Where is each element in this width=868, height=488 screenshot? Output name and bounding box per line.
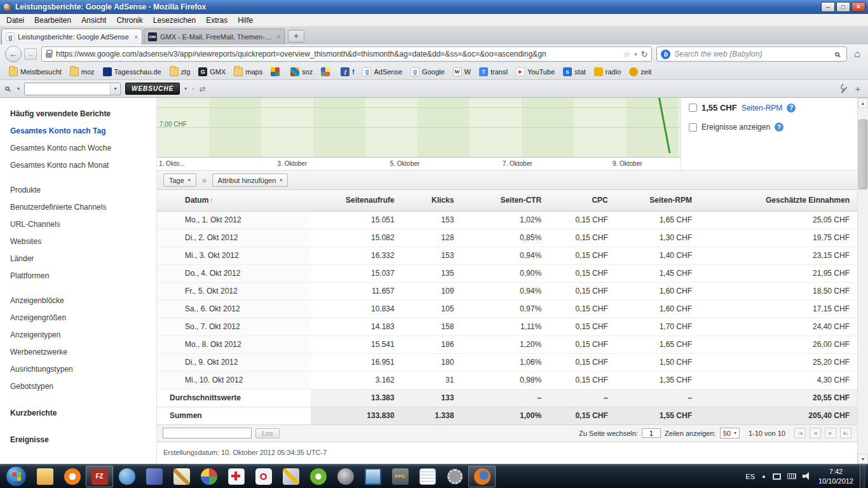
table-row[interactable]: Do., 4. Okt 2012 15.037 135 0,90% 0,15 C… xyxy=(157,264,857,282)
taskbar-app[interactable] xyxy=(468,466,496,487)
bookmark-item[interactable]: GMX xyxy=(194,65,229,78)
column-header-einnahmen[interactable]: Geschätzte Einnahmen xyxy=(700,190,857,211)
translate-arrows-icon[interactable]: ⇄ xyxy=(200,85,206,93)
taskbar-app[interactable] xyxy=(359,466,386,487)
table-row[interactable]: Sa., 6. Okt 2012 10.834 105 0,97% 0,15 C… xyxy=(157,300,857,318)
babylon-search-icon[interactable]: b xyxy=(661,50,670,59)
taskbar-app[interactable] xyxy=(277,466,304,487)
browser-tab[interactable]: GMX - E-Mail, FreeMail, Themen- & ... × xyxy=(144,29,285,44)
sidebar-entry[interactable]: Produkte xyxy=(10,182,156,199)
seiten-rpm-checkbox[interactable] xyxy=(689,104,697,112)
bookmark-item[interactable]: stat xyxy=(559,65,590,78)
taskbar-clock[interactable]: 7:42 10/10/2012 xyxy=(818,467,853,486)
taskbar-app[interactable] xyxy=(58,466,86,487)
back-button[interactable]: ← xyxy=(5,46,22,62)
bookmark-item[interactable]: maps xyxy=(230,65,266,78)
tab-close-icon[interactable]: × xyxy=(134,34,138,41)
column-header-klicks[interactable]: Klicks xyxy=(402,190,462,211)
prev-page-button[interactable]: ◀ xyxy=(810,428,821,438)
bookmark-star-icon[interactable]: ☆ xyxy=(623,50,631,59)
chevron-down-icon[interactable]: ▾ xyxy=(110,83,120,95)
sidebar-entry[interactable]: Anzeigentypen xyxy=(10,327,156,344)
sidebar-entry[interactable]: Benutzerdefinierte Channels xyxy=(10,199,156,216)
keyboard-tray-icon[interactable] xyxy=(787,473,796,479)
sidebar-entry[interactable]: URL-Channels xyxy=(10,216,156,233)
url-bar[interactable]: https://www.google.com/adsense/v3/app#vi… xyxy=(41,46,652,62)
column-header-seitenaufrufe[interactable]: Seitenaufrufe xyxy=(311,190,402,211)
hidden-icons-chevron[interactable]: ▲ xyxy=(761,473,766,479)
next-page-button[interactable]: ▶ xyxy=(825,428,836,438)
column-header-cpc[interactable]: CPC xyxy=(549,190,616,211)
taskbar-app[interactable]: FZ xyxy=(86,466,113,487)
browser-tab[interactable]: Leistungsberichte: Google AdSense × xyxy=(1,29,142,44)
menu-item[interactable]: Datei xyxy=(1,15,29,25)
close-button[interactable]: × xyxy=(851,2,865,12)
column-header-datum[interactable]: Datum↑ xyxy=(157,190,311,211)
sidebar-entry[interactable]: Gesamtes Konto nach Monat xyxy=(10,157,156,174)
search-magnifier-icon[interactable] xyxy=(835,52,839,57)
sidebar-entry[interactable]: Anzeigenblöcke xyxy=(10,292,156,309)
bookmark-item[interactable]: soz xyxy=(287,65,316,78)
bookmark-item[interactable] xyxy=(317,65,336,78)
menu-item[interactable]: Hilfe xyxy=(233,15,258,25)
bookmark-item[interactable]: W xyxy=(449,65,475,78)
first-page-button[interactable]: |◀ xyxy=(794,428,806,438)
home-button[interactable]: ⌂ xyxy=(851,48,863,60)
scrollbar-track[interactable] xyxy=(858,108,868,454)
table-row[interactable]: Mi., 3. Okt 2012 16.332 153 0,94% 0,15 C… xyxy=(157,247,857,264)
websuche-button[interactable]: WEBSUCHE xyxy=(125,83,180,95)
start-button[interactable] xyxy=(6,466,27,487)
url-text[interactable]: https://www.google.com/adsense/v3/app#vi… xyxy=(56,50,620,58)
sidebar-entry[interactable]: Anzeigengrößen xyxy=(10,309,156,327)
sidebar-entry[interactable]: Ereignisse xyxy=(10,431,156,449)
los-button[interactable]: Los xyxy=(255,428,280,438)
scroll-down-button[interactable]: ▼ xyxy=(858,454,868,464)
scroll-up-button[interactable]: ▲ xyxy=(858,98,868,108)
bookmark-item[interactable]: zeit xyxy=(625,65,655,78)
seiten-rpm-link[interactable]: Seiten-RPM xyxy=(742,104,783,112)
column-header-seiten-rpm[interactable]: Seiten-RPM xyxy=(616,190,700,211)
group-by-dropdown[interactable]: Tage ▾ xyxy=(163,173,196,187)
wrench-icon[interactable] xyxy=(839,85,848,93)
menu-item[interactable]: Ansicht xyxy=(76,15,111,25)
maximize-button[interactable]: □ xyxy=(836,2,850,12)
chevron-down-icon[interactable]: ▾ xyxy=(184,86,187,92)
taskbar-app[interactable] xyxy=(31,466,58,487)
last-page-button[interactable]: ▶| xyxy=(840,428,851,438)
table-row[interactable]: Fr., 5. Okt 2012 11.657 109 0,94% 0,15 C… xyxy=(157,282,857,300)
site-identity-lock-icon[interactable] xyxy=(46,53,52,58)
sidebar-entry[interactable]: Ausrichtungstypen xyxy=(10,361,156,378)
sidebar-entry[interactable]: Länder xyxy=(10,250,156,268)
table-row[interactable]: Mo., 1. Okt 2012 15.051 153 1,02% 0,15 C… xyxy=(157,211,857,229)
table-row[interactable]: Di., 9. Okt 2012 16.951 180 1,06% 0,15 C… xyxy=(157,353,857,371)
help-icon[interactable]: ? xyxy=(787,104,796,112)
bookmark-item[interactable]: moz xyxy=(66,65,98,78)
ereignisse-checkbox[interactable] xyxy=(689,123,697,132)
page-scrollbar[interactable]: ▲ ▼ xyxy=(857,98,868,464)
bookmark-item[interactable]: transl xyxy=(475,65,512,78)
bookmark-item[interactable]: YouTube xyxy=(512,65,559,78)
sidebar-entry[interactable]: Häufig verwendete Berichte xyxy=(10,105,156,123)
minimize-button[interactable]: – xyxy=(821,2,835,12)
new-tab-button[interactable]: + xyxy=(288,30,304,43)
tab-close-icon[interactable]: × xyxy=(276,34,280,41)
plus-icon[interactable]: + xyxy=(855,84,860,94)
taskbar-app[interactable] xyxy=(222,466,250,487)
bookmark-item[interactable]: Meistbesucht xyxy=(5,65,65,78)
taskbar-app[interactable] xyxy=(441,466,468,487)
scrollbar-thumb[interactable] xyxy=(858,119,867,189)
taskbar-app[interactable] xyxy=(304,466,332,487)
table-row[interactable]: Di., 2. Okt 2012 15.082 128 0,85% 0,15 C… xyxy=(157,229,857,247)
taskbar-app[interactable] xyxy=(168,466,195,487)
window-titlebar[interactable]: Leistungsberichte: Google AdSense - Mozi… xyxy=(0,0,868,14)
menu-item[interactable]: Chronik xyxy=(111,15,147,25)
chevron-down-icon[interactable]: ▾ xyxy=(17,86,20,92)
taskbar-app[interactable]: O xyxy=(250,466,277,487)
page-number-input[interactable] xyxy=(642,428,661,438)
volume-icon[interactable] xyxy=(803,472,812,480)
taskbar-app[interactable] xyxy=(332,466,359,487)
websuche-search-input[interactable]: ▾ xyxy=(24,83,121,95)
help-icon[interactable]: ? xyxy=(775,123,783,132)
forward-button[interactable]: → xyxy=(24,48,37,60)
table-row[interactable]: So., 7. Okt 2012 14.183 158 1,11% 0,15 C… xyxy=(157,318,857,336)
